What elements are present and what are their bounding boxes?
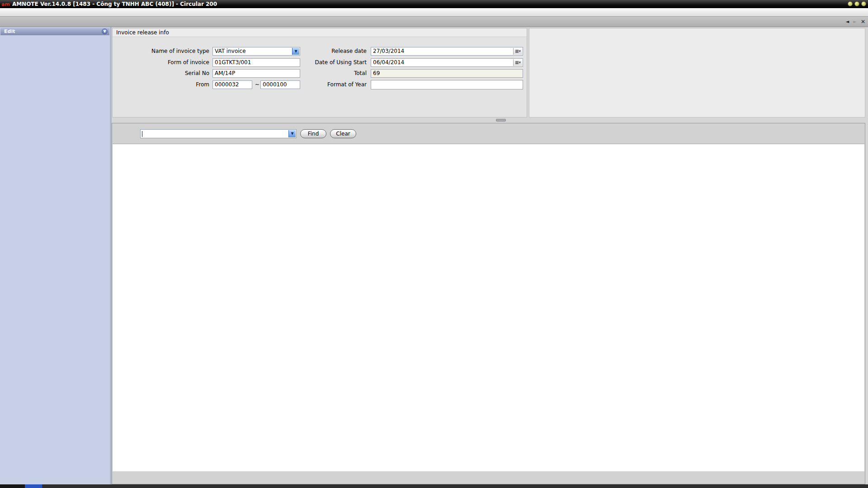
date-of-using-start-label: Date of Using Start bbox=[284, 58, 367, 67]
dropdown-arrow-icon[interactable]: ▼ bbox=[288, 130, 296, 137]
right-empty-panel bbox=[529, 28, 865, 117]
total-value: 69 bbox=[373, 70, 380, 76]
minimize-button[interactable] bbox=[848, 1, 853, 6]
collapse-panel-button[interactable]: ▼ bbox=[102, 28, 108, 34]
total-label: Total bbox=[284, 69, 367, 78]
to-value: 0000100 bbox=[263, 81, 287, 88]
tab-scroll-left-icon[interactable]: ◄ bbox=[846, 19, 849, 25]
date-of-using-start-value: 06/04/2014 bbox=[373, 59, 404, 66]
search-combo[interactable]: ▼ bbox=[140, 129, 297, 138]
taskbar-sliver bbox=[0, 484, 868, 488]
form-panel-title: Invoice release info bbox=[113, 28, 527, 37]
calendar-icon[interactable]: ▦▾ bbox=[513, 48, 522, 55]
sidebar-panel-title: Edit bbox=[4, 28, 15, 34]
total-field: 69 bbox=[371, 69, 523, 78]
calendar-icon[interactable]: ▦▾ bbox=[513, 59, 522, 66]
grid-area bbox=[113, 144, 864, 471]
release-date-field[interactable]: 27/03/2014 ▦▾ bbox=[371, 47, 523, 56]
sidebar: Edit ▼ bbox=[0, 27, 110, 488]
search-row: ▼ Find Clear bbox=[112, 123, 865, 144]
main-area: Invoice release info Name of invoice typ… bbox=[112, 27, 868, 488]
from-field[interactable]: 0000032 bbox=[212, 80, 252, 89]
clear-button[interactable]: Clear bbox=[330, 129, 356, 138]
chevron-down-icon: ▼ bbox=[103, 29, 106, 33]
sidebar-panel-header[interactable]: Edit ▼ bbox=[0, 28, 109, 35]
release-date-value: 27/03/2014 bbox=[373, 48, 404, 54]
window-controls bbox=[848, 1, 866, 6]
serial-no-value: AM/14P bbox=[215, 70, 235, 76]
find-button[interactable]: Find bbox=[300, 129, 326, 138]
range-separator: ~ bbox=[255, 80, 259, 89]
from-value: 0000032 bbox=[215, 81, 239, 88]
tab-navigation: ◄ ► ✕ bbox=[846, 19, 865, 25]
format-of-year-label: Format of Year bbox=[284, 80, 367, 89]
app-logo-icon: am bbox=[1, 1, 10, 7]
menu-bar bbox=[0, 8, 868, 17]
maximize-button[interactable] bbox=[854, 1, 859, 6]
window-title: AMNOTE Ver.14.0.8 [1483 - Công ty TNHH A… bbox=[12, 1, 217, 7]
grid-panel: ▼ Find Clear bbox=[112, 123, 865, 484]
tab-scroll-right-icon[interactable]: ► bbox=[853, 19, 857, 25]
format-of-year-group bbox=[371, 80, 523, 89]
form-of-invoice-value: 01GTKT3/001 bbox=[215, 59, 251, 66]
form-of-invoice-label: Form of invoice bbox=[113, 58, 209, 67]
date-of-using-start-field[interactable]: 06/04/2014 ▦▾ bbox=[371, 58, 523, 67]
horizontal-splitter[interactable] bbox=[112, 117, 868, 123]
close-button[interactable] bbox=[861, 1, 866, 6]
release-date-label: Release date bbox=[284, 47, 367, 56]
name-of-invoice-type-value: VAT invoice bbox=[215, 48, 246, 54]
tab-strip: ◄ ► ✕ bbox=[0, 17, 868, 27]
serial-no-label: Serial No bbox=[113, 69, 209, 78]
tab-close-icon[interactable]: ✕ bbox=[861, 19, 865, 25]
taskbar-segment bbox=[42, 484, 868, 488]
name-of-invoice-type-label: Name of invoice type bbox=[113, 47, 209, 56]
from-label: From bbox=[113, 80, 209, 89]
title-bar: am AMNOTE Ver.14.0.8 [1483 - Công ty TNH… bbox=[0, 0, 868, 8]
text-caret bbox=[142, 131, 142, 137]
invoice-release-info-panel: Invoice release info Name of invoice typ… bbox=[112, 28, 527, 117]
splitter-grip-icon[interactable] bbox=[496, 119, 506, 122]
document-tabs bbox=[2, 18, 843, 27]
taskbar-segment bbox=[25, 484, 42, 488]
